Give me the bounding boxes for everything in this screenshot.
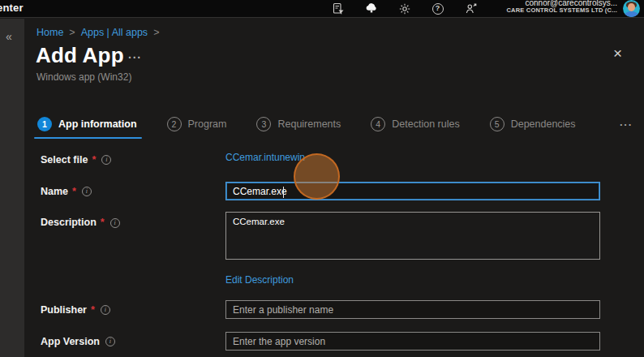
wizard-steps: 1 App information 2 Program 3 Requiremen… [37, 114, 633, 134]
edit-description-row: Edit Description [41, 272, 602, 286]
step-label: Requirements [277, 118, 341, 130]
name-input[interactable] [225, 182, 600, 200]
close-icon[interactable]: × [613, 45, 622, 61]
breadcrumb-separator: > [153, 27, 159, 38]
step-number-badge: 3 [256, 117, 271, 131]
required-marker: * [101, 217, 105, 228]
app-version-label: App Version [41, 336, 100, 347]
description-row: Description * i CCemar.exe [41, 212, 602, 263]
directory-filter-icon[interactable] [331, 2, 345, 16]
portal-title-fragment: enter [0, 2, 24, 14]
info-icon[interactable]: i [101, 155, 111, 165]
publisher-label: Publisher [41, 304, 87, 316]
sidebar-collapse-chevrons[interactable]: « [6, 30, 12, 43]
breadcrumb-home[interactable]: Home [36, 27, 63, 38]
avatar-shirt [625, 11, 638, 17]
description-textarea[interactable]: CCemar.exe [225, 212, 600, 260]
step-detection-rules[interactable]: 4 Detection rules [371, 117, 459, 131]
required-marker: * [92, 154, 96, 166]
help-glyph: ? [432, 3, 444, 15]
info-icon[interactable]: i [105, 337, 115, 346]
info-icon[interactable]: i [82, 187, 92, 196]
app-version-input[interactable] [225, 332, 600, 351]
publisher-input[interactable] [225, 300, 600, 319]
selected-file-link[interactable]: CCemar.intunewin [225, 152, 305, 163]
step-label: App information [58, 118, 137, 130]
settings-gear-icon[interactable] [397, 2, 411, 16]
breadcrumb-separator: > [69, 27, 75, 38]
info-icon[interactable]: i [110, 218, 120, 228]
account-info[interactable]: connor@carecontrolsys... CARE CONTROL SY… [506, 0, 617, 14]
publisher-row: Publisher * i [41, 300, 602, 319]
step-app-information[interactable]: 1 App information [37, 117, 137, 131]
title-overflow-menu[interactable]: ··· [128, 51, 142, 64]
name-row: Name * i [41, 182, 602, 200]
info-icon[interactable]: i [101, 305, 110, 315]
app-version-row: App Version i [41, 332, 602, 351]
step-number-badge: 5 [490, 117, 504, 131]
required-marker: * [72, 186, 76, 197]
breadcrumb: Home > Apps | All apps > [36, 27, 159, 38]
breadcrumb-apps-all-apps[interactable]: Apps | All apps [81, 27, 148, 38]
step-requirements[interactable]: 3 Requirements [256, 117, 341, 131]
edit-description-link[interactable]: Edit Description [225, 274, 294, 286]
page-title: Add App [36, 43, 124, 68]
user-avatar[interactable] [623, 0, 640, 17]
select-file-row: Select file * i CCemar.intunewin [41, 147, 602, 166]
add-app-blade: Home > Apps | All apps > Add App ··· × W… [24, 19, 644, 357]
description-label: Description [41, 217, 97, 228]
text-cursor [283, 187, 284, 198]
step-number-badge: 1 [37, 117, 52, 131]
required-marker: * [91, 304, 95, 316]
cloud-notification-icon[interactable] [364, 2, 378, 16]
sidebar-rail: « [0, 19, 24, 357]
help-icon[interactable]: ? [431, 2, 444, 16]
steps-overflow-menu[interactable]: ··· [620, 118, 633, 131]
step-dependencies[interactable]: 5 Dependencies [490, 117, 576, 131]
top-bar: enter [0, 0, 644, 18]
account-tenant: CARE CONTROL SYSTEMS LTD (C... [506, 7, 617, 14]
step-label: Dependencies [511, 118, 576, 130]
intune-add-app-screen: enter [0, 0, 644, 357]
name-label: Name [41, 186, 68, 197]
topbar-icons: ? [331, 0, 478, 18]
page-subtitle: Windows app (Win32) [36, 71, 131, 83]
step-number-badge: 2 [167, 117, 182, 131]
step-label: Program [188, 118, 227, 130]
step-program[interactable]: 2 Program [167, 117, 227, 131]
step-number-badge: 4 [371, 117, 385, 131]
select-file-label: Select file [41, 154, 88, 166]
feedback-person-icon[interactable] [464, 2, 478, 16]
avatar-face [628, 3, 635, 11]
step-label: Detection rules [392, 118, 459, 130]
